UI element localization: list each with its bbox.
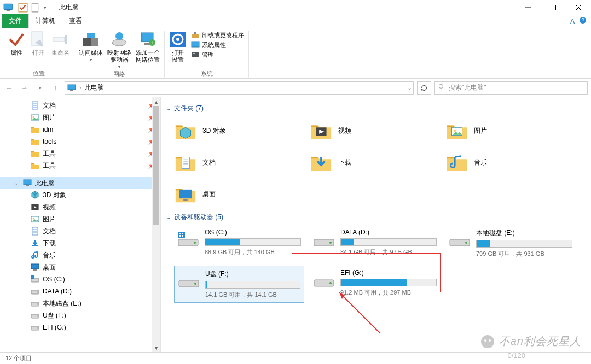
ribbon-group-network: 网络 (113, 70, 125, 79)
ribbon-manage[interactable]: 管理 (191, 50, 244, 59)
folder-item[interactable]: 图片 (445, 116, 570, 145)
nav-item[interactable]: 桌面 (0, 261, 160, 273)
qat-check-icon[interactable] (18, 3, 28, 13)
section-drives-header[interactable]: ⌄ 设备和驱动器 (5) (166, 213, 587, 222)
nav-item[interactable]: 视频 (0, 201, 160, 213)
svg-point-57 (37, 292, 38, 293)
nav-item-label: idm (43, 126, 53, 133)
drive-item[interactable]: U盘 (F:) 14.1 GB 可用，共 14.1 GB (174, 266, 304, 303)
folder-label: 图片 (474, 126, 487, 136)
nav-item[interactable]: 工具 📌 (0, 160, 160, 172)
ribbon-open-settings[interactable]: 打开 设置 (169, 31, 187, 63)
nav-forward[interactable]: → (19, 82, 31, 94)
svg-rect-72 (183, 199, 188, 201)
qat-dropdown-icon[interactable]: ▾ (42, 3, 48, 13)
breadcrumb-root[interactable]: 此电脑 (84, 83, 104, 92)
drive-stat: 799 GB 可用，共 931 GB (476, 250, 572, 258)
folder-item[interactable]: 视频 (310, 116, 434, 145)
nav-item[interactable]: ⌄ 此电脑 (0, 177, 160, 189)
drive-item[interactable]: DATA (D:) 84.1 GB 可用，共 97.5 GB (310, 225, 440, 261)
nav-item[interactable]: 3D 对象 (0, 189, 160, 201)
ribbon-map-drive[interactable]: 映射网络 驱动器 ▾ (107, 31, 131, 70)
svg-point-74 (194, 242, 196, 244)
ribbon-add-netloc[interactable]: + 添加一个 网络位置 (136, 31, 160, 63)
tab-file[interactable]: 文件 (2, 14, 28, 28)
nav-item[interactable]: 下载 (0, 237, 160, 249)
nav-item[interactable]: 图片 (0, 213, 160, 225)
drive-icon (178, 271, 200, 290)
nav-item[interactable]: idm 📌 (0, 124, 160, 136)
ribbon-properties[interactable]: 属性 (8, 31, 25, 56)
qat-doc-icon[interactable] (30, 3, 40, 13)
svg-rect-54 (31, 278, 39, 282)
content-pane[interactable]: ⌄ 文件夹 (7) 3D 对象 视频 图片 文档 下载 音乐 桌面 ⌄ 设备和驱… (161, 97, 591, 352)
watermark: 不an利会死星人 (480, 334, 581, 349)
nav-item[interactable]: 音乐 (0, 249, 160, 261)
maximize-button[interactable] (541, 0, 566, 15)
folder-label: 文档 (202, 158, 216, 167)
nav-item[interactable]: tools 📌 (0, 136, 160, 148)
nav-item-label: U盘 (F:) (43, 311, 66, 320)
search-box[interactable]: 搜索"此电脑" (434, 81, 588, 95)
folder-item[interactable]: 下载 (310, 148, 434, 177)
nav-item[interactable]: 文档 (0, 225, 160, 237)
nav-item[interactable]: 工具 📌 (0, 148, 160, 160)
drive-item[interactable]: 本地磁盘 (E:) 799 GB 可用，共 931 GB (445, 225, 576, 261)
address-bar[interactable]: › 此电脑 ⌵ (65, 81, 414, 95)
folder-item[interactable]: 音乐 (445, 148, 570, 177)
drive-name: OS (C:) (205, 228, 301, 236)
svg-rect-78 (179, 235, 181, 237)
svg-point-17 (115, 32, 123, 40)
pic-folder-icon (445, 119, 468, 142)
navigation-pane[interactable]: 文档 📌 图片 📌 idm 📌 tools 📌 工具 📌 工具 📌 ⌄ 此电脑 (0, 97, 161, 352)
ribbon-uninstall[interactable]: 卸载或更改程序 (191, 31, 244, 39)
nav-item-label: 视频 (43, 203, 56, 212)
nav-item[interactable]: EFI (G:) (0, 321, 160, 333)
nav-item[interactable]: 本地磁盘 (E:) (0, 297, 160, 309)
nav-scrollbar[interactable]: ▴▾ (152, 97, 160, 352)
tab-computer[interactable]: 计算机 (28, 14, 62, 28)
nav-item-label: 图片 (43, 113, 56, 122)
drive-icon (449, 230, 471, 249)
refresh-button[interactable] (417, 81, 431, 95)
svg-rect-53 (33, 269, 37, 271)
dl-icon (31, 239, 39, 248)
section-folders-header[interactable]: ⌄ 文件夹 (7) (166, 104, 587, 113)
ribbon-sysprops[interactable]: 系统属性 (191, 40, 244, 49)
folder-item[interactable]: 文档 (174, 148, 299, 177)
minimize-button[interactable] (515, 0, 541, 15)
nav-item[interactable]: DATA (D:) (0, 285, 160, 297)
breadcrumb-sep[interactable]: › (79, 85, 81, 91)
nav-item-label: 桌面 (43, 263, 56, 272)
nav-item-label: 本地磁盘 (E:) (43, 299, 82, 308)
svg-rect-55 (31, 275, 34, 279)
tab-view[interactable]: 查看 (62, 14, 89, 28)
nav-item-label: 工具 (43, 149, 56, 158)
nav-up[interactable]: ↑ (49, 82, 61, 94)
nav-back[interactable]: ← (3, 82, 15, 94)
ribbon-collapse-icon[interactable]: ᐱ (570, 17, 575, 25)
nav-item-label: tools (43, 138, 56, 145)
drive-item[interactable]: OS (C:) 88.9 GB 可用，共 140 GB (174, 225, 304, 261)
svg-rect-14 (91, 38, 99, 46)
nav-recent-dropdown[interactable]: ▾ (34, 82, 46, 94)
nav-item[interactable]: U盘 (F:) (0, 309, 160, 321)
chevron-down-icon[interactable]: ⌄ (14, 180, 20, 186)
nav-item[interactable]: 文档 📌 (0, 99, 160, 111)
ribbon-media[interactable]: 访问媒体 ▾ (79, 31, 103, 63)
vid-folder-icon (310, 119, 333, 142)
nav-item[interactable]: 图片 📌 (0, 111, 160, 124)
nav-item-label: 图片 (43, 215, 56, 224)
close-button[interactable] (566, 0, 591, 15)
nav-item[interactable]: OS (C:) (0, 273, 160, 285)
ribbon-open[interactable]: 打开 (30, 31, 47, 56)
folder-item[interactable]: 3D 对象 (174, 116, 299, 145)
help-icon[interactable]: ? (579, 16, 587, 26)
ribbon-rename[interactable]: 重命名 (51, 31, 69, 56)
svg-point-85 (194, 283, 196, 285)
drive-item[interactable]: EFI (G:) 91.2 MB 可用，共 297 MB (310, 266, 440, 303)
ribbon-tab-strip: 文件 计算机 查看 ᐱ ? (0, 15, 591, 28)
folder-item[interactable]: 桌面 (174, 180, 299, 208)
svg-point-83 (465, 242, 467, 244)
address-dropdown[interactable]: ⌵ (408, 85, 411, 91)
